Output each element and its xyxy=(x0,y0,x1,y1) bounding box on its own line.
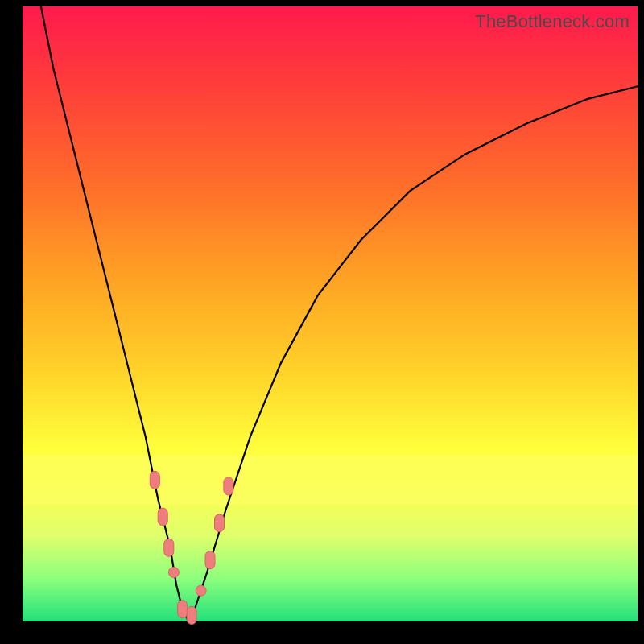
marker-pill xyxy=(164,539,174,556)
marker-pill xyxy=(158,508,167,526)
marker-pill xyxy=(187,606,196,624)
marker-dot xyxy=(196,585,206,596)
marker-pill xyxy=(178,601,188,618)
marker-pill xyxy=(215,514,225,532)
chart-svg xyxy=(23,6,638,621)
bottleneck-curve xyxy=(41,6,638,621)
marker-group xyxy=(150,471,233,624)
marker-dot xyxy=(168,567,179,577)
chart-frame: TheBottleneck.com xyxy=(0,0,644,644)
chart-plot-area: TheBottleneck.com xyxy=(23,6,638,621)
marker-pill xyxy=(150,471,159,489)
marker-pill xyxy=(224,477,233,495)
marker-pill xyxy=(205,551,215,569)
